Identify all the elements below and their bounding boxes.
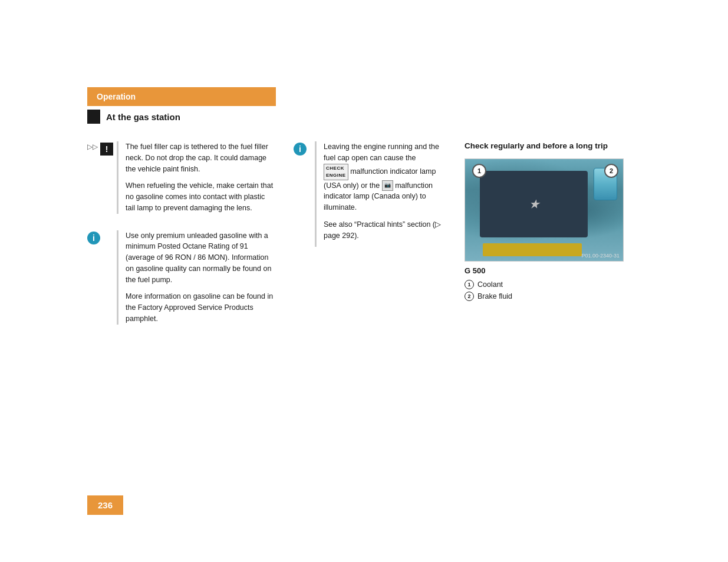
- right-column: Check regularly and before a long trip ★…: [441, 141, 641, 341]
- operation-banner: Operation: [87, 87, 276, 106]
- legend-item-1: 1 Coolant: [465, 280, 641, 289]
- section-title: At the gas station: [106, 112, 180, 122]
- info-text-2: More information on gasoline can be foun…: [126, 291, 276, 324]
- canada-indicator-icon: 📷: [382, 180, 393, 191]
- middle-column: i Leaving the engine running and the fue…: [276, 141, 441, 341]
- content-area: ▷▷ ! The fuel filler cap is tethered to …: [87, 141, 641, 341]
- info-block-left-content: Use only premium unleaded gasoline with …: [117, 230, 276, 325]
- page-number-box: 236: [87, 495, 123, 515]
- header-section: Operation At the gas station: [87, 87, 641, 124]
- legend-item-2: 2 Brake fluid: [465, 292, 641, 301]
- left-column: ▷▷ ! The fuel filler cap is tethered to …: [87, 141, 276, 341]
- operation-label: Operation: [97, 92, 136, 101]
- legend-label-1: Coolant: [477, 280, 503, 289]
- section-title-row: At the gas station: [87, 110, 641, 124]
- badge-2: 2: [604, 164, 618, 178]
- page-container: Operation At the gas station ▷▷ ! The fu…: [0, 0, 728, 562]
- info-icon-middle: i: [294, 143, 307, 156]
- warning-block: ▷▷ ! The fuel filler cap is tethered to …: [87, 141, 276, 214]
- car-model: G 500: [465, 266, 641, 275]
- warning-icon: !: [100, 143, 113, 156]
- forward-arrows-icon: ▷▷: [87, 143, 98, 151]
- legend-label-2: Brake fluid: [477, 292, 512, 300]
- engine-image: ★ 1 2 P01.00-2340-31: [465, 158, 624, 262]
- mercedes-logo: ★: [529, 198, 539, 211]
- legend-num-1: 1: [465, 280, 474, 289]
- warning-text-2: When refueling the vehicle, make certain…: [126, 180, 276, 213]
- badge-1: 1: [472, 164, 486, 178]
- info-text-1: Use only premium unleaded gasoline with …: [126, 230, 276, 286]
- warning-text-1: The fuel filler cap is tethered to the f…: [126, 141, 276, 174]
- middle-text-2: See also “Practical hints” section (▷ pa…: [324, 219, 441, 242]
- info-block-middle: i Leaving the engine running and the fue…: [294, 141, 441, 247]
- info-icon-left: i: [87, 232, 100, 244]
- info-block-left: i Use only premium unleaded gasoline wit…: [87, 230, 276, 325]
- check-engine-badge: CHECKENGINE: [324, 164, 348, 180]
- image-reference: P01.00-2340-31: [581, 253, 620, 259]
- yellow-component: [483, 243, 582, 256]
- info-icon-area-middle: i: [294, 141, 315, 156]
- middle-text-1: Leaving the engine running and the fuel …: [324, 141, 441, 213]
- section-title-bar: [87, 110, 100, 124]
- engine-cover: ★: [480, 171, 588, 237]
- legend-list: 1 Coolant 2 Brake fluid: [465, 280, 641, 301]
- check-title: Check regularly and before a long trip: [465, 141, 641, 150]
- legend-num-2: 2: [465, 292, 474, 301]
- info-block-middle-content: Leaving the engine running and the fuel …: [315, 141, 441, 247]
- warning-block-content: The fuel filler cap is tethered to the f…: [117, 141, 276, 214]
- warning-icon-area: ▷▷ !: [87, 141, 117, 156]
- page-number: 236: [98, 500, 113, 510]
- info-icon-area-left: i: [87, 230, 117, 244]
